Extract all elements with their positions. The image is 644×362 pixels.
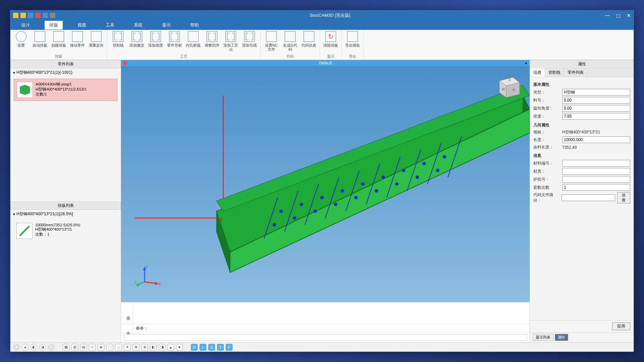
nest-line3: 次数：1	[35, 232, 80, 237]
svg-marker-3	[216, 96, 530, 252]
svg-text:y: y	[135, 280, 137, 284]
ribbon-partguide[interactable]: 零件导材	[166, 31, 182, 47]
viewcube[interactable]: 上 前 右	[493, 71, 523, 101]
ribbon-cutline[interactable]: 切割线	[110, 31, 126, 47]
tab-partlist[interactable]: 零件列表	[564, 68, 587, 77]
sb-btn[interactable]: ⌂	[115, 344, 122, 351]
prop-copies[interactable]	[562, 184, 630, 191]
nest-thumbnail	[16, 223, 33, 239]
menu-help[interactable]: 帮助	[185, 21, 204, 29]
minimize-button[interactable]: —	[605, 12, 610, 19]
parts-tree-root[interactable]: ▾H型钢400*400*13*21(1)(-10t/1)	[10, 68, 121, 77]
sb-btn[interactable]: ◨	[159, 344, 165, 351]
sb-btn[interactable]: ⊗	[141, 344, 148, 351]
sb-btn[interactable]: P	[226, 344, 232, 351]
ribbon-clearnest[interactable]: 清除排版	[323, 31, 339, 47]
save-icon[interactable]	[28, 13, 33, 18]
part-item[interactable]: A006X430H钢.pwg/1 H型钢400*400*13*21(2,613/…	[14, 79, 117, 101]
prop-density[interactable]	[562, 113, 630, 120]
svg-point-23	[375, 189, 378, 192]
sb-btn[interactable]: T	[217, 344, 224, 351]
sb-btn[interactable]: ▼	[176, 344, 183, 351]
ribbon-leadline[interactable]: 添加引线	[241, 31, 258, 47]
menu-tools[interactable]: 工具	[101, 21, 119, 29]
menu-view[interactable]: 视图	[73, 21, 91, 29]
sb-btn[interactable]: ▲	[167, 344, 174, 351]
ribbon-ncfile[interactable]: 设置NC文件	[263, 31, 279, 51]
prop-heatno[interactable]	[562, 176, 630, 183]
collapse-icon[interactable]: ▾	[13, 212, 15, 217]
sb-btn[interactable]: ●	[22, 344, 29, 351]
nest-list-header: 排版列表	[10, 201, 121, 210]
viewport-3d[interactable]: x 上 前 右 x y	[121, 66, 530, 302]
ribbon-bridge[interactable]: 内孔桥接	[185, 31, 201, 47]
maximize-button[interactable]: ◻	[616, 12, 621, 19]
prop-stock[interactable]	[562, 97, 630, 104]
sb-btn[interactable]: ✦	[124, 344, 130, 351]
sb-btn[interactable]: ▦	[63, 344, 69, 351]
sb-btn[interactable]: ◐	[31, 344, 37, 351]
ribbon-group-nest: 设置 自动排版 创建排版 移动零件 测量反向 排版	[10, 30, 107, 60]
quick-access-toolbar[interactable]	[13, 13, 55, 18]
ribbon-measure[interactable]: 测量反向	[88, 31, 104, 47]
record-icon[interactable]	[123, 61, 127, 65]
nest-tree-root[interactable]: ▾H型钢400*400*13*21(1)[26.5%]	[10, 210, 121, 218]
sb-btn[interactable]: ◑	[39, 344, 46, 351]
ribbon-movepart[interactable]: 移动零件	[69, 31, 86, 47]
nest-line2: H型钢400*400*13*21	[35, 227, 80, 232]
svg-point-21	[334, 203, 337, 206]
redo-icon[interactable]	[43, 13, 48, 18]
viewport-minimize-icon[interactable]: ▴	[525, 60, 527, 65]
nest-item[interactable]: 10000mm(7352.5)(26.5%) H型钢400*400*13*21 …	[14, 220, 117, 242]
ribbon-group-display: 清除排版 显示	[320, 30, 342, 60]
prop-matno[interactable]	[562, 160, 630, 167]
sb-btn[interactable]: ◯	[48, 344, 55, 351]
sb-btn[interactable]: ⊕	[132, 344, 139, 351]
open-icon[interactable]	[13, 13, 18, 18]
menu-design[interactable]: 设计	[16, 21, 35, 29]
tab-info[interactable]: 信息	[530, 68, 545, 77]
prop-material[interactable]	[562, 168, 630, 175]
folder-icon[interactable]	[20, 13, 26, 18]
command-input[interactable]	[124, 334, 527, 341]
footer-tab-props[interactable]: 属性	[555, 334, 568, 341]
prop-codepath[interactable]	[561, 194, 615, 201]
ribbon-autonest[interactable]: 自动排版	[32, 31, 48, 47]
close-button[interactable]: ✕	[627, 12, 631, 19]
sb-btn[interactable]: ◧	[150, 344, 157, 351]
ribbon-chamfer[interactable]: 添加倒度	[148, 31, 164, 47]
sb-btn[interactable]: S	[208, 344, 215, 351]
menu-nest[interactable]: 排版	[45, 21, 63, 29]
ribbon-settings[interactable]: 设置	[13, 31, 29, 47]
ribbon-exportreport[interactable]: 导出报告	[344, 31, 361, 47]
sb-btn[interactable]: ◈	[98, 344, 104, 351]
svg-point-26	[436, 169, 439, 172]
ribbon-sequence[interactable]: 调整切序	[204, 31, 220, 47]
ribbon-simulate[interactable]: 代码仿真	[301, 31, 317, 47]
menu-system[interactable]: 系统	[129, 21, 147, 29]
ribbon-microjoint[interactable]: 添加微连	[129, 31, 145, 47]
codepath-set-button[interactable]: 设置	[617, 192, 630, 203]
apply-button[interactable]: 应用	[612, 322, 630, 330]
footer-tab-displaylist[interactable]: 显示列表	[533, 334, 553, 341]
undo-icon[interactable]	[35, 13, 41, 18]
sb-btn[interactable]: ▤	[80, 344, 87, 351]
menu-display[interactable]: 显示	[157, 21, 175, 29]
prop-angle[interactable]	[562, 105, 630, 112]
collapse-icon[interactable]: ▾	[13, 70, 15, 75]
sb-btn[interactable]: ◇	[89, 344, 96, 351]
tab-cutline[interactable]: 切割线	[545, 68, 564, 77]
svg-point-31	[361, 182, 365, 186]
sb-btn[interactable]: ▥	[71, 344, 78, 351]
ribbon-processpoint[interactable]: 添加工艺点	[223, 31, 239, 51]
sb-btn[interactable]: ⬚	[106, 344, 113, 351]
settings-icon[interactable]	[50, 13, 55, 18]
prop-length[interactable]	[562, 136, 630, 143]
sb-btn[interactable]: ◯	[13, 344, 20, 351]
sb-btn[interactable]: O	[191, 344, 198, 351]
prop-type[interactable]	[562, 89, 630, 96]
ribbon-gcode[interactable]: 生成G代码	[282, 31, 298, 51]
ribbon-createnest[interactable]: 创建排版	[51, 31, 67, 47]
sb-btn[interactable]: L	[200, 344, 206, 351]
section-info: 信息	[533, 153, 630, 159]
